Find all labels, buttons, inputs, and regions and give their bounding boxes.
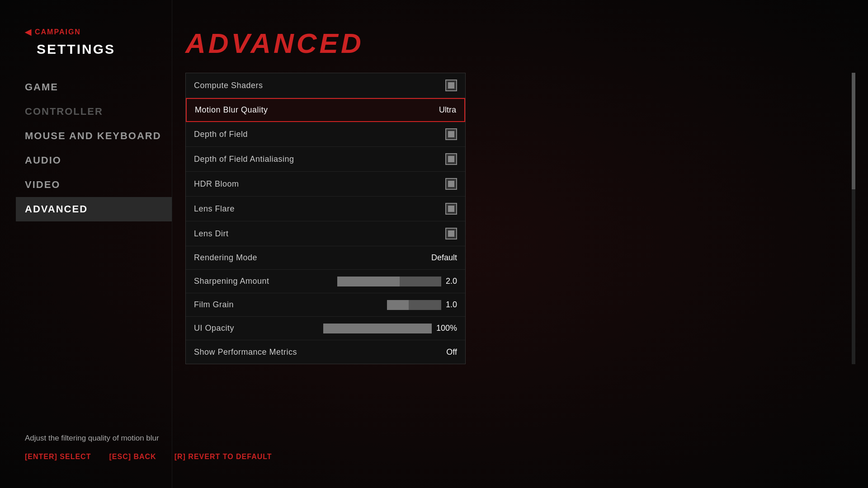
- settings-list: Compute ShadersMotion Blur QualityUltraD…: [185, 73, 466, 364]
- slider-value-sharpening_amount: 2.0: [446, 277, 457, 286]
- checkbox-lens_dirt[interactable]: [445, 228, 457, 239]
- slider-bar-film_grain[interactable]: [387, 300, 441, 310]
- slider-fill-film_grain: [387, 300, 409, 310]
- slider-fill-sharpening_amount: [337, 277, 400, 286]
- slider-value-ui_opacity: 100%: [436, 324, 457, 333]
- control-hint-revert[interactable]: [R] REVERT TO DEFAULT: [175, 453, 272, 461]
- sidebar-item-controller: CONTROLLER: [25, 99, 172, 124]
- setting-row-motion_blur_quality[interactable]: Motion Blur QualityUltra: [186, 98, 465, 122]
- slider-container-sharpening_amount: 2.0: [337, 277, 457, 286]
- main-content: ADVANCED Compute ShadersMotion Blur Qual…: [172, 0, 868, 488]
- slider-bar-ui_opacity[interactable]: [323, 324, 432, 333]
- setting-row-depth_of_field[interactable]: Depth of Field: [186, 122, 465, 147]
- setting-row-lens_dirt[interactable]: Lens Dirt: [186, 221, 465, 246]
- setting-value-depth_of_field: [445, 128, 457, 140]
- settings-scroll-area: Compute ShadersMotion Blur QualityUltraD…: [185, 73, 850, 364]
- setting-label-depth_of_field_aa: Depth of Field Antialiasing: [194, 155, 294, 164]
- sidebar-item-video[interactable]: VIDEO: [25, 173, 172, 197]
- setting-value-ui_opacity: 100%: [323, 324, 457, 333]
- help-text: Adjust the filtering quality of motion b…: [25, 434, 850, 443]
- setting-row-show_performance_metrics[interactable]: Show Performance MetricsOff: [186, 340, 465, 364]
- setting-label-compute_shaders: Compute Shaders: [194, 81, 263, 90]
- scrollbar-thumb[interactable]: [852, 73, 855, 189]
- control-hint-select[interactable]: [ENTER] SELECT: [25, 453, 91, 461]
- setting-label-sharpening_amount: Sharpening Amount: [194, 277, 269, 286]
- setting-value-compute_shaders: [445, 80, 457, 91]
- slider-container-film_grain: 1.0: [387, 300, 457, 310]
- control-hint-back[interactable]: [ESC] BACK: [109, 453, 156, 461]
- sidebar-item-mouse_keyboard[interactable]: MOUSE AND KEYBOARD: [25, 124, 172, 148]
- checkbox-hdr_bloom[interactable]: [445, 178, 457, 190]
- slider-fill-ui_opacity: [323, 324, 432, 333]
- slider-value-film_grain: 1.0: [446, 300, 457, 310]
- checkbox-depth_of_field[interactable]: [445, 128, 457, 140]
- setting-row-rendering_mode[interactable]: Rendering ModeDefault: [186, 246, 465, 270]
- checkbox-lens_flare[interactable]: [445, 203, 457, 215]
- setting-label-hdr_bloom: HDR Bloom: [194, 179, 239, 189]
- back-arrow-icon: ◀: [25, 27, 31, 37]
- scrollbar[interactable]: [852, 73, 855, 364]
- page-title: ADVANCED: [185, 27, 850, 59]
- nav-back-button[interactable]: ◀ CAMPAIGN: [25, 27, 172, 37]
- setting-row-depth_of_field_aa[interactable]: Depth of Field Antialiasing: [186, 147, 465, 172]
- controls-bar: [ENTER] SELECT[ESC] BACK[R] REVERT TO DE…: [25, 453, 850, 461]
- checkbox-depth_of_field_aa[interactable]: [445, 153, 457, 165]
- setting-label-lens_flare: Lens Flare: [194, 204, 235, 214]
- setting-value-show_performance_metrics: Off: [446, 347, 457, 357]
- settings-label: SETTINGS: [37, 42, 172, 57]
- setting-label-rendering_mode: Rendering Mode: [194, 253, 257, 263]
- sidebar-item-game[interactable]: GAME: [25, 75, 172, 99]
- sidebar: ◀ CAMPAIGN SETTINGS GAMECONTROLLERMOUSE …: [0, 0, 172, 488]
- bottom-bar: Adjust the filtering quality of motion b…: [25, 434, 850, 461]
- setting-value-motion_blur_quality: Ultra: [439, 105, 456, 115]
- setting-row-hdr_bloom[interactable]: HDR Bloom: [186, 172, 465, 197]
- setting-value-lens_dirt: [445, 228, 457, 239]
- setting-value-lens_flare: [445, 203, 457, 215]
- setting-label-motion_blur_quality: Motion Blur Quality: [195, 105, 268, 115]
- slider-bar-sharpening_amount[interactable]: [337, 277, 441, 286]
- page-wrapper: ◀ CAMPAIGN SETTINGS GAMECONTROLLERMOUSE …: [0, 0, 868, 488]
- setting-label-film_grain: Film Grain: [194, 300, 234, 310]
- setting-row-compute_shaders[interactable]: Compute Shaders: [186, 73, 465, 98]
- setting-value-rendering_mode: Default: [431, 253, 457, 263]
- setting-value-sharpening_amount: 2.0: [337, 277, 457, 286]
- setting-row-sharpening_amount[interactable]: Sharpening Amount2.0: [186, 270, 465, 293]
- setting-row-ui_opacity[interactable]: UI Opacity100%: [186, 317, 465, 340]
- setting-label-show_performance_metrics: Show Performance Metrics: [194, 347, 297, 357]
- setting-label-ui_opacity: UI Opacity: [194, 324, 234, 333]
- setting-row-lens_flare[interactable]: Lens Flare: [186, 197, 465, 221]
- checkbox-compute_shaders[interactable]: [445, 80, 457, 91]
- slider-container-ui_opacity: 100%: [323, 324, 457, 333]
- setting-label-lens_dirt: Lens Dirt: [194, 229, 229, 239]
- campaign-label: CAMPAIGN: [35, 28, 81, 36]
- sidebar-item-advanced[interactable]: ADVANCED: [16, 197, 172, 221]
- setting-value-depth_of_field_aa: [445, 153, 457, 165]
- nav-menu: GAMECONTROLLERMOUSE AND KEYBOARDAUDIOVID…: [25, 75, 172, 221]
- setting-label-depth_of_field: Depth of Field: [194, 130, 248, 139]
- setting-row-film_grain[interactable]: Film Grain1.0: [186, 293, 465, 317]
- setting-value-film_grain: 1.0: [387, 300, 457, 310]
- sidebar-item-audio[interactable]: AUDIO: [25, 148, 172, 173]
- setting-value-hdr_bloom: [445, 178, 457, 190]
